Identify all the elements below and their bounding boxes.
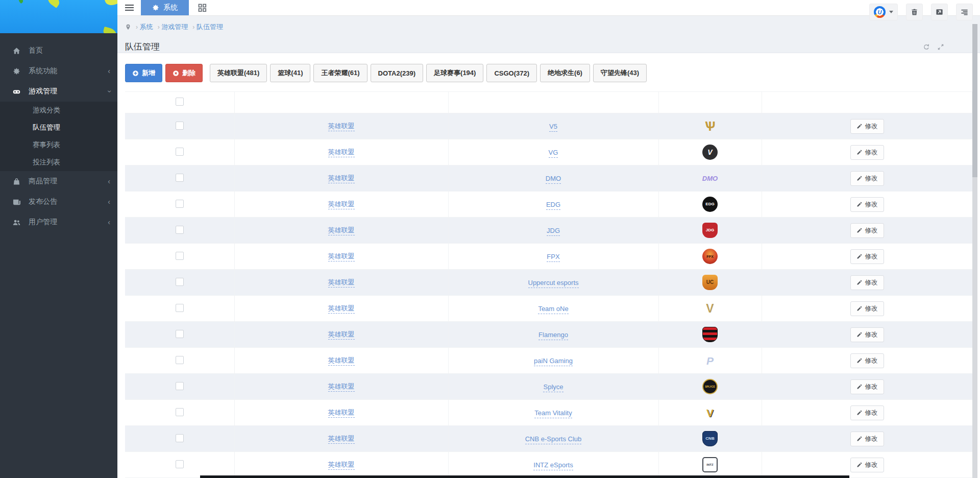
edit-button[interactable]: 修改: [850, 275, 884, 290]
edit-button[interactable]: 修改: [850, 458, 884, 472]
select-all-checkbox[interactable]: [176, 98, 184, 106]
row-checkbox[interactable]: [176, 278, 184, 286]
team-link[interactable]: Splyce: [543, 383, 563, 392]
sidebar-subitem[interactable]: 投注列表: [0, 154, 117, 171]
category-link[interactable]: 英雄联盟: [328, 409, 355, 418]
row-checkbox[interactable]: [176, 200, 184, 208]
add-button[interactable]: 新增: [125, 64, 162, 82]
vertical-scrollbar[interactable]: [972, 24, 977, 478]
sidebar-item[interactable]: 游戏管理: [0, 81, 117, 102]
category-link[interactable]: 英雄联盟: [328, 122, 355, 131]
edit-button[interactable]: 修改: [850, 197, 884, 212]
sidebar-item[interactable]: 发布公告: [0, 192, 117, 212]
breadcrumb-link[interactable]: 游戏管理: [161, 23, 188, 31]
row-checkbox[interactable]: [176, 122, 184, 130]
apps-grid-button[interactable]: [189, 0, 215, 15]
open-frontend-button[interactable]: [931, 4, 948, 20]
row-checkbox[interactable]: [176, 408, 184, 416]
team-link[interactable]: Uppercut esports: [528, 279, 579, 288]
team-link[interactable]: CNB e-Sports Club: [525, 435, 582, 444]
category-link[interactable]: 英雄联盟: [328, 330, 355, 340]
edit-button[interactable]: 修改: [850, 405, 884, 420]
sidebar-subitem[interactable]: 游戏分类: [0, 102, 117, 119]
game-filter-tab[interactable]: 英雄联盟(481): [210, 64, 267, 82]
game-filter-tab[interactable]: CSGO(372): [486, 64, 537, 82]
title-row: 队伍管理: [125, 41, 972, 53]
team-link[interactable]: INTZ eSports: [533, 461, 573, 470]
category-link[interactable]: 英雄联盟: [328, 278, 355, 288]
action-cell: 修改: [762, 348, 972, 374]
game-filter-tab[interactable]: 王者荣耀(61): [313, 64, 367, 82]
edit-button[interactable]: 修改: [850, 353, 884, 368]
row-checkbox[interactable]: [176, 174, 184, 182]
edit-button[interactable]: 修改: [850, 145, 884, 160]
edit-button[interactable]: 修改: [850, 171, 884, 186]
game-filter-tab[interactable]: 篮球(41): [270, 64, 310, 82]
game-filter-tab[interactable]: 绝地求生(6): [540, 64, 590, 82]
scrollbar-thumb[interactable]: [972, 24, 977, 177]
delete-button[interactable]: 删除: [165, 64, 203, 82]
pencil-icon: [856, 175, 863, 181]
row-checkbox[interactable]: [176, 434, 184, 442]
trash-button[interactable]: [906, 4, 923, 20]
row-checkbox[interactable]: [176, 460, 184, 468]
row-checkbox[interactable]: [176, 148, 184, 156]
category-link[interactable]: 英雄联盟: [328, 252, 355, 261]
refresh-icon[interactable]: [923, 43, 930, 51]
sidebar-item[interactable]: 商品管理: [0, 171, 117, 192]
edit-button[interactable]: 修改: [850, 223, 884, 238]
row-checkbox[interactable]: [176, 382, 184, 390]
edit-button[interactable]: 修改: [850, 301, 884, 316]
category-link[interactable]: 英雄联盟: [328, 200, 355, 209]
team-link[interactable]: JDG: [547, 227, 560, 236]
icon-cell: DMO: [658, 165, 762, 192]
sidebar-subitem[interactable]: 队伍管理: [0, 119, 117, 136]
category-link[interactable]: 英雄联盟: [328, 356, 355, 366]
team-link[interactable]: Team Vitality: [534, 409, 572, 418]
tab-system[interactable]: 系统: [141, 0, 189, 15]
game-filter-tab[interactable]: DOTA2(239): [371, 64, 423, 82]
breadcrumb-link[interactable]: 系统: [140, 23, 153, 31]
team-link[interactable]: Team oNe: [538, 305, 568, 314]
breadcrumb-link[interactable]: 队伍管理: [197, 23, 223, 31]
team-link[interactable]: EDG: [546, 201, 560, 210]
team-link[interactable]: FPX: [547, 253, 559, 262]
row-checkbox[interactable]: [176, 356, 184, 364]
row-checkbox[interactable]: [176, 226, 184, 234]
edit-button[interactable]: 修改: [850, 119, 884, 134]
row-checkbox[interactable]: [176, 304, 184, 312]
team-link[interactable]: Flamengo: [538, 331, 568, 340]
sidebar-item[interactable]: 系统功能: [0, 61, 117, 81]
category-link[interactable]: 英雄联盟: [328, 174, 355, 183]
row-checkbox[interactable]: [176, 330, 184, 338]
game-filter-tab[interactable]: 足球赛事(194): [426, 64, 483, 82]
sidebar-item[interactable]: 用户管理: [0, 212, 117, 232]
breadcrumb-separator: ›: [192, 23, 194, 31]
category-link[interactable]: 英雄联盟: [328, 383, 355, 392]
sidebar-toggle-button[interactable]: [117, 0, 141, 15]
category-link[interactable]: 英雄联盟: [328, 435, 355, 444]
sidebar-item[interactable]: 首页: [0, 40, 117, 61]
category-link[interactable]: 英雄联盟: [328, 148, 355, 157]
category-link[interactable]: 英雄联盟: [328, 304, 355, 314]
category-link[interactable]: 英雄联盟: [328, 226, 355, 235]
category-link[interactable]: 英雄联盟: [328, 461, 355, 470]
team-link[interactable]: V5: [549, 123, 557, 132]
expand-icon[interactable]: [937, 43, 944, 51]
log-list-button[interactable]: [956, 4, 973, 20]
sidebar-logo[interactable]: [0, 0, 117, 33]
team-link[interactable]: VG: [549, 149, 558, 158]
row-checkbox[interactable]: [176, 252, 184, 260]
edit-button[interactable]: 修改: [850, 432, 884, 446]
team-link[interactable]: paiN Gaming: [534, 357, 573, 366]
edit-button[interactable]: 修改: [850, 249, 884, 264]
team-link[interactable]: DMO: [546, 175, 561, 184]
edit-button[interactable]: 修改: [850, 379, 884, 394]
action-cell: 修改: [762, 296, 972, 322]
user-menu-button[interactable]: U: [869, 4, 898, 20]
bottom-scrollbar-thumb[interactable]: [200, 475, 849, 478]
sidebar-subitem[interactable]: 赛事列表: [0, 136, 117, 154]
game-filter-tab[interactable]: 守望先锋(43): [593, 64, 647, 82]
team-cell: INTZ eSports: [448, 452, 658, 478]
edit-button[interactable]: 修改: [850, 327, 884, 342]
